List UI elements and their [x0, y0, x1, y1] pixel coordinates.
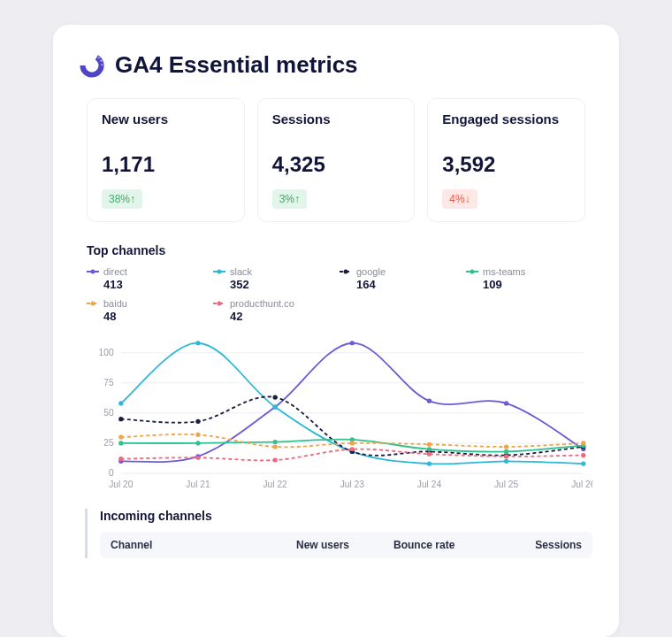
series-point-producthunt.co — [427, 452, 431, 457]
svg-text:Jul 20: Jul 20 — [109, 480, 134, 489]
series-point-slack — [118, 401, 123, 405]
series-point-ms-teams — [118, 441, 123, 445]
legend-item-ms-teams[interactable]: ms-teams109 — [466, 266, 592, 291]
series-point-producthunt.co — [350, 447, 355, 451]
metric-new-users[interactable]: New users 1,171 38%↑ — [87, 98, 245, 222]
page-title: GA4 Essential metrics — [115, 51, 358, 79]
incoming-channels-title: Incoming channels — [100, 509, 592, 523]
series-point-baidu — [581, 441, 585, 445]
series-point-direct — [504, 401, 508, 405]
header: GA4 Essential metrics — [80, 51, 592, 79]
svg-text:25: 25 — [103, 438, 114, 448]
metric-label: Sessions — [272, 111, 401, 143]
legend-value: 48 — [87, 310, 213, 323]
svg-point-9 — [344, 270, 348, 274]
series-point-ms-teams — [504, 449, 508, 454]
series-point-direct — [427, 399, 431, 403]
series-point-google — [118, 417, 123, 421]
series-point-baidu — [118, 434, 123, 439]
legend-item-baidu[interactable]: baidu48 — [87, 298, 213, 323]
svg-text:50: 50 — [103, 408, 114, 418]
top-channels-title: Top channels — [80, 243, 592, 257]
series-point-direct — [350, 341, 355, 345]
metric-delta: 38%↑ — [102, 189, 142, 209]
col-new-users: New users — [296, 539, 393, 551]
col-sessions: Sessions — [500, 539, 582, 551]
metric-delta: 3%↑ — [272, 189, 307, 209]
legend-value: 42 — [213, 310, 340, 323]
svg-point-2 — [100, 59, 102, 61]
svg-text:Jul 22: Jul 22 — [263, 480, 288, 489]
svg-text:0: 0 — [109, 468, 114, 478]
metric-engaged-sessions[interactable]: Engaged sessions 3,592 4%↓ — [427, 98, 585, 222]
col-channel: Channel — [111, 539, 296, 551]
chart-legend: direct413slack352google164ms-teams109bai… — [80, 266, 592, 323]
legend-item-producthunt.co[interactable]: producthunt.co42 — [213, 298, 340, 323]
metrics-row: New users 1,171 38%↑ Sessions 4,325 3%↑ … — [80, 98, 592, 222]
series-point-baidu — [272, 444, 277, 449]
metric-value: 3,592 — [442, 152, 570, 177]
svg-point-0 — [80, 53, 104, 78]
col-bounce-rate: Bounce rate — [393, 539, 500, 551]
legend-value: 109 — [466, 278, 592, 291]
legend-name: direct — [103, 266, 127, 277]
legend-marker-icon — [87, 301, 99, 306]
series-point-baidu — [504, 444, 508, 449]
svg-text:Jul 24: Jul 24 — [417, 480, 442, 489]
svg-point-1 — [97, 56, 100, 58]
svg-text:Jul 26: Jul 26 — [571, 480, 592, 489]
svg-point-11 — [470, 270, 475, 274]
legend-marker-icon — [340, 269, 352, 274]
series-point-google — [272, 395, 277, 399]
incoming-channels-section: Incoming channels Channel New users Boun… — [85, 509, 592, 558]
series-point-slack — [272, 404, 277, 409]
dashboard-logo-icon — [80, 53, 104, 78]
legend-marker-icon — [213, 269, 225, 274]
svg-text:75: 75 — [103, 378, 114, 388]
legend-item-google[interactable]: google164 — [340, 266, 466, 291]
svg-text:Jul 25: Jul 25 — [494, 480, 519, 489]
legend-value: 352 — [213, 278, 340, 291]
series-point-baidu — [427, 442, 431, 447]
series-point-ms-teams — [427, 447, 431, 451]
svg-point-13 — [91, 302, 95, 306]
series-point-google — [195, 419, 200, 424]
legend-marker-icon — [466, 269, 478, 274]
series-point-producthunt.co — [504, 454, 508, 458]
legend-name: google — [356, 266, 386, 277]
svg-point-5 — [91, 270, 95, 274]
top-channels-chart: 0255075100Jul 20Jul 21Jul 22Jul 23Jul 24… — [80, 334, 592, 493]
metric-sessions[interactable]: Sessions 4,325 3%↑ — [257, 98, 416, 222]
legend-name: baidu — [103, 298, 127, 309]
legend-item-slack[interactable]: slack352 — [213, 266, 340, 291]
legend-value: 164 — [340, 278, 466, 291]
svg-point-7 — [218, 270, 222, 274]
table-header: Channel New users Bounce rate Sessions — [100, 532, 592, 558]
metric-delta: 4%↓ — [442, 189, 477, 209]
series-point-producthunt.co — [195, 456, 200, 460]
series-point-ms-teams — [272, 440, 277, 444]
series-point-ms-teams — [195, 441, 200, 445]
legend-name: producthunt.co — [230, 298, 294, 309]
metric-label: Engaged sessions — [442, 111, 570, 143]
legend-marker-icon — [213, 301, 225, 306]
series-point-slack — [195, 341, 200, 345]
legend-name: ms-teams — [483, 266, 525, 277]
series-point-slack — [504, 459, 508, 464]
svg-text:100: 100 — [99, 348, 114, 357]
svg-text:Jul 23: Jul 23 — [340, 480, 365, 489]
series-point-slack — [427, 461, 431, 465]
metric-label: New users — [102, 111, 230, 143]
metric-value: 4,325 — [272, 152, 401, 177]
legend-name: slack — [230, 266, 252, 277]
legend-marker-icon — [87, 269, 99, 274]
series-point-producthunt.co — [581, 453, 585, 457]
series-point-producthunt.co — [272, 457, 277, 462]
legend-value: 413 — [87, 278, 213, 291]
legend-item-direct[interactable]: direct413 — [87, 266, 213, 291]
series-point-baidu — [195, 433, 200, 437]
metric-value: 1,171 — [102, 152, 230, 177]
svg-point-15 — [218, 302, 222, 306]
dashboard-card: GA4 Essential metrics New users 1,171 38… — [53, 25, 619, 637]
series-point-producthunt.co — [118, 457, 123, 461]
